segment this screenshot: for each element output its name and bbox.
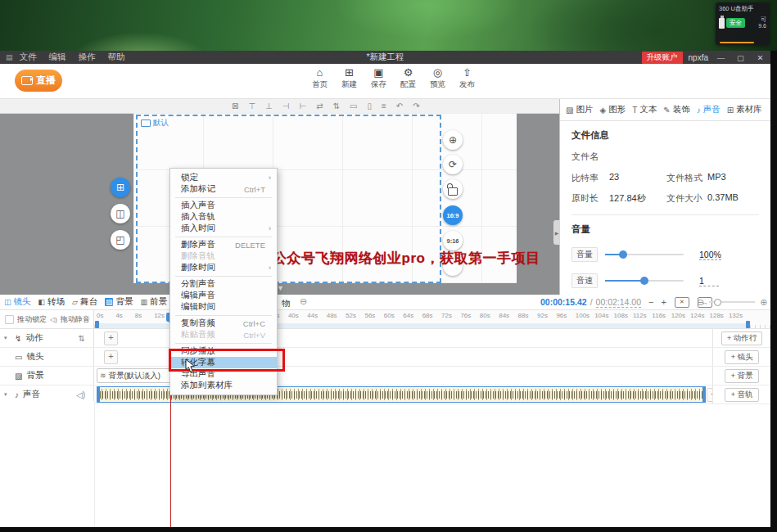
- add-camera-track-button[interactable]: + 镜头: [725, 350, 758, 364]
- timeline-tab[interactable]: ◫ 镜头: [4, 296, 31, 308]
- alignment-icon[interactable]: ⊣: [282, 101, 290, 110]
- timeline-tab[interactable]: ▥ 前景: [140, 296, 167, 308]
- zoom-in-icon[interactable]: ⊕: [760, 297, 767, 308]
- timeline-tab[interactable]: ◧ 转场: [38, 296, 66, 308]
- close-button[interactable]: ✕: [753, 53, 767, 62]
- menu-item[interactable]: 操作: [79, 52, 96, 63]
- context-menu-item[interactable]: [175, 343, 272, 344]
- track-header-action[interactable]: ▾ ↯ 动作 ⇅: [0, 329, 94, 347]
- speed-value[interactable]: 1: [699, 276, 719, 286]
- context-menu-item[interactable]: [175, 237, 272, 237]
- context-menu-item[interactable]: 删除声音 DELETE: [170, 239, 277, 250]
- timeline-tab[interactable]: 物: [279, 298, 291, 309]
- alignment-icon[interactable]: ▭: [350, 101, 357, 110]
- speed-slider[interactable]: [605, 280, 684, 282]
- timeline-tab[interactable]: ▨ 背景: [105, 296, 133, 308]
- alignment-icon[interactable]: ≡: [382, 101, 386, 110]
- toolbar-action-button[interactable]: ⌂ 首页: [309, 67, 331, 90]
- total-time[interactable]: 00:02:14.00: [596, 297, 641, 308]
- alignment-icon[interactable]: ↶: [396, 101, 403, 110]
- aspect-16-9-button[interactable]: 16:9: [443, 205, 463, 225]
- timeline-tab[interactable]: ▱ 舞台: [72, 296, 97, 308]
- collapse-arrow-icon[interactable]: ▾: [4, 391, 11, 398]
- context-menu-item[interactable]: 复制音频 Ctrl+C: [170, 318, 277, 329]
- add-camera-button[interactable]: ⊕: [443, 130, 463, 150]
- grid-toggle-button[interactable]: ⊞: [111, 178, 130, 197]
- menu-item[interactable]: 帮助: [108, 52, 125, 63]
- time-plus-button[interactable]: +: [661, 297, 666, 307]
- add-clip-button[interactable]: +: [104, 331, 118, 345]
- alignment-icon[interactable]: ⊢: [300, 101, 307, 110]
- alignment-icon[interactable]: ▯: [368, 101, 373, 110]
- track-header-background[interactable]: ▨ 背景: [0, 367, 94, 385]
- track-header-camera[interactable]: ▭ 镜头: [0, 348, 94, 366]
- context-menu-item[interactable]: 删除时间 ›: [170, 262, 277, 273]
- time-minus-button[interactable]: −: [648, 297, 653, 307]
- volume-value[interactable]: 100%: [699, 250, 721, 260]
- zoom-out-icon[interactable]: ⊖: [697, 297, 704, 308]
- panel-tab[interactable]: ◈ 图形: [596, 104, 629, 115]
- drag-mute-label[interactable]: 拖动静音: [61, 314, 90, 325]
- stage-collapse-arrow-icon[interactable]: ▼: [277, 284, 284, 292]
- aspect-9-16-button[interactable]: 9:16: [443, 231, 463, 250]
- toolbar-action-button[interactable]: ⚙ 配置: [397, 67, 419, 90]
- alignment-icon[interactable]: ⊠: [232, 101, 238, 110]
- add-action-row-button[interactable]: + 动作行: [721, 331, 763, 345]
- panel-tab[interactable]: ♪ 声音: [693, 104, 724, 115]
- toolbar-action-button[interactable]: ▣ 保存: [368, 67, 390, 90]
- add-background-track-button[interactable]: + 背景: [725, 369, 758, 383]
- file-info-header: 文件信息: [571, 129, 759, 142]
- context-menu-item[interactable]: 插入音轨: [170, 211, 277, 223]
- panel-tab[interactable]: ✎ 装饰: [660, 104, 693, 115]
- alignment-icon[interactable]: ⇅: [333, 101, 340, 110]
- alignment-icon[interactable]: ⊤: [248, 101, 255, 110]
- push-lock-checkbox[interactable]: [5, 315, 14, 324]
- context-menu-item[interactable]: [175, 197, 272, 198]
- range-end-marker[interactable]: [746, 321, 750, 328]
- context-menu-item[interactable]: 锁定 ›: [170, 172, 277, 183]
- timeline-zoom-slider[interactable]: [709, 301, 755, 303]
- layout-a-button[interactable]: ◫: [111, 204, 130, 223]
- toolbar-action-button[interactable]: ◎ 预览: [427, 67, 449, 90]
- context-menu-item[interactable]: 编辑声音: [170, 290, 277, 301]
- add-clip-button[interactable]: +: [104, 350, 118, 364]
- context-menu-item[interactable]: [175, 276, 272, 277]
- alignment-icon[interactable]: ↷: [413, 101, 419, 110]
- collapse-tracks-icon[interactable]: ⊖: [300, 296, 307, 307]
- context-menu-item[interactable]: 插入时间 ›: [170, 223, 277, 234]
- panel-collapse-handle[interactable]: ▶: [553, 220, 560, 245]
- volume-slider[interactable]: [605, 254, 684, 255]
- context-menu-item[interactable]: 粘贴音频 Ctrl+V: [170, 329, 277, 340]
- usb-helper-notification[interactable]: 360 U盘助手 安全 可 9.6: [716, 2, 770, 45]
- clear-screen-icon[interactable]: ✕: [675, 297, 689, 308]
- collapse-arrow-icon[interactable]: ▾: [4, 335, 11, 341]
- add-audio-track-button[interactable]: + 音轨: [725, 388, 758, 402]
- reorder-icon[interactable]: ⇅: [79, 334, 85, 343]
- menu-item[interactable]: 编辑: [49, 52, 66, 63]
- context-menu-item[interactable]: 分割声音: [170, 278, 277, 290]
- context-menu-item[interactable]: [175, 315, 272, 316]
- panel-tab[interactable]: T 文本: [629, 104, 660, 115]
- username[interactable]: npxfa: [689, 53, 708, 62]
- alignment-icon[interactable]: ⊥: [265, 101, 273, 110]
- range-start-marker[interactable]: [95, 321, 99, 328]
- context-menu-item[interactable]: 添加标记 Ctrl+T: [170, 183, 277, 195]
- lock-button[interactable]: [443, 179, 463, 199]
- alignment-icon[interactable]: ⇄: [316, 101, 323, 110]
- panel-tab[interactable]: ⊞ 素材库: [724, 104, 766, 115]
- context-menu-item[interactable]: 编辑时间: [170, 301, 277, 313]
- rotate-camera-button[interactable]: ⟳: [443, 155, 463, 174]
- maximize-button[interactable]: ▢: [734, 53, 748, 62]
- layout-b-button[interactable]: ◰: [111, 230, 130, 250]
- context-menu-item[interactable]: 添加到素材库: [170, 380, 277, 391]
- minimize-button[interactable]: —: [714, 53, 728, 62]
- upgrade-account-button[interactable]: 升级账户: [642, 52, 683, 64]
- context-menu-item[interactable]: 插入声音: [170, 200, 277, 211]
- toolbar-action-button[interactable]: ⊞ 新建: [338, 67, 360, 90]
- menu-item[interactable]: 文件: [20, 52, 37, 63]
- context-menu-item[interactable]: 删除音轨: [170, 250, 277, 262]
- panel-tab[interactable]: ▨ 图片: [562, 104, 596, 115]
- toolbar-action-button[interactable]: ⇧ 发布: [456, 67, 478, 90]
- track-speaker-icon[interactable]: ◁): [76, 390, 85, 399]
- background-clip[interactable]: ≋ 背景(默认淡入): [97, 368, 172, 383]
